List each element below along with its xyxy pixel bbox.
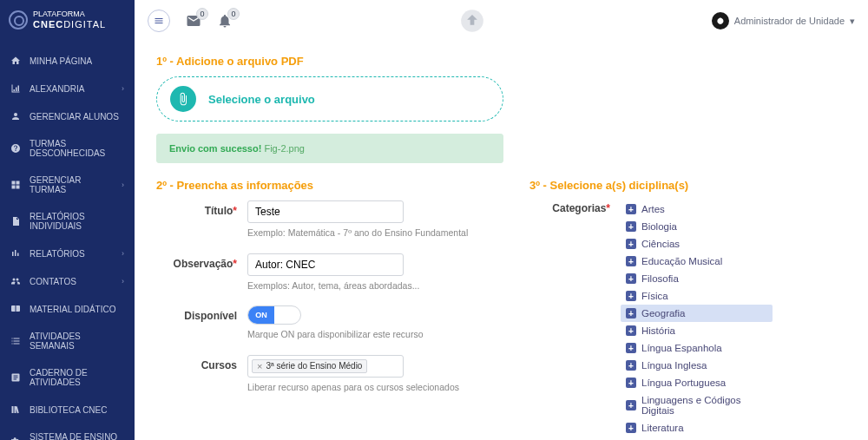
step1-header: 1º - Adicione o arquivo PDF bbox=[156, 55, 846, 68]
logo-icon bbox=[9, 10, 28, 30]
nav-label: CADERNO DE ATIVIDADES bbox=[30, 368, 124, 387]
disponivel-help: Marque ON para disponibilizar este recur… bbox=[247, 329, 503, 341]
nav-label: ATIVIDADES SEMANAIS bbox=[30, 332, 124, 351]
nav-item-3[interactable]: TURMAS DESCONHECIDAS bbox=[0, 130, 135, 167]
chevron-down-icon: ▾ bbox=[850, 16, 855, 27]
user-label: Administrador de Unidade bbox=[734, 16, 845, 26]
brand-line3: DIGITAL bbox=[63, 19, 106, 30]
brand-text: PLATAFORMA CNECDIGITAL bbox=[33, 10, 106, 30]
nav-item-0[interactable]: MINHA PÁGINA bbox=[0, 47, 135, 75]
nav-icon bbox=[10, 437, 21, 440]
nav-label: TURMAS DESCONHECIDAS bbox=[30, 139, 124, 158]
nav-label: RELATÓRIOS bbox=[30, 249, 113, 259]
category-item[interactable]: +Língua Espanhola bbox=[621, 339, 773, 357]
nav-item-10[interactable]: CADERNO DE ATIVIDADES bbox=[0, 359, 135, 396]
bell-icon[interactable]: 0 bbox=[217, 13, 233, 29]
upload-arrow-icon[interactable] bbox=[460, 9, 484, 33]
nav-icon bbox=[10, 83, 21, 94]
plus-icon: + bbox=[626, 325, 636, 336]
category-item[interactable]: +Física bbox=[621, 287, 773, 305]
category-item[interactable]: +Linguagens e Códigos Digitais bbox=[621, 391, 773, 419]
brand-line1: PLATAFORMA bbox=[33, 10, 106, 19]
nav-icon bbox=[10, 248, 21, 259]
nav-icon bbox=[10, 304, 21, 314]
messages-icon[interactable]: 0 bbox=[186, 13, 201, 29]
nav-label: GERENCIAR TURMAS bbox=[30, 175, 113, 194]
plus-icon: + bbox=[626, 308, 636, 319]
category-label: Artes bbox=[641, 204, 665, 214]
tag-label: 3ª série do Ensino Médio bbox=[266, 361, 362, 371]
nav-item-11[interactable]: BIBLIOTECA CNEC bbox=[0, 396, 135, 424]
nav-icon bbox=[10, 336, 21, 346]
cursos-label: Cursos bbox=[156, 355, 247, 394]
nav-icon bbox=[10, 404, 21, 415]
user-menu[interactable]: ⬤ Administrador de Unidade ▾ bbox=[712, 12, 855, 30]
category-label: Educação Musical bbox=[641, 256, 722, 266]
nav-icon bbox=[10, 143, 21, 154]
nav-item-9[interactable]: ATIVIDADES SEMANAIS bbox=[0, 323, 135, 359]
chevron-right-icon: › bbox=[122, 249, 124, 258]
alerts-badge: 0 bbox=[227, 8, 240, 20]
category-label: Ciências bbox=[641, 239, 680, 249]
nav-label: CONTATOS bbox=[30, 277, 113, 286]
success-alert: Envio com sucesso! Fig-2.png bbox=[156, 134, 503, 163]
nav-icon bbox=[10, 216, 21, 227]
plus-icon: + bbox=[626, 221, 636, 232]
nav-item-1[interactable]: ALEXANDRIA› bbox=[0, 75, 135, 102]
step3-column: 3º - Selecione a(s) diciplina(s) Categor… bbox=[529, 179, 773, 440]
category-label: Língua Portuguesa bbox=[641, 378, 726, 388]
titulo-label: Título* bbox=[156, 200, 247, 240]
messages-badge: 0 bbox=[196, 8, 208, 20]
category-item[interactable]: +Matemática bbox=[621, 437, 773, 440]
menu-toggle[interactable] bbox=[148, 10, 170, 32]
nav-item-7[interactable]: CONTATOS› bbox=[0, 267, 135, 295]
nav-item-8[interactable]: MATERIAL DIDÁTICO bbox=[0, 295, 135, 323]
nav-item-2[interactable]: GERENCIAR ALUNOS bbox=[0, 102, 135, 130]
category-item[interactable]: +Artes bbox=[621, 200, 773, 218]
disponivel-toggle[interactable]: ON bbox=[247, 305, 301, 325]
category-item[interactable]: +Ciências bbox=[621, 235, 773, 253]
nav-item-12[interactable]: SISTEMA DE ENSINO CNEC bbox=[0, 424, 135, 440]
nav-icon bbox=[10, 180, 21, 190]
sidebar: PLATAFORMA CNECDIGITAL MINHA PÁGINAALEXA… bbox=[0, 0, 135, 440]
category-item[interactable]: +Literatura bbox=[621, 419, 773, 437]
category-label: Geografia bbox=[641, 308, 686, 319]
main-content: 1º - Adicione o arquivo PDF Selecione o … bbox=[135, 42, 868, 440]
category-item[interactable]: +Filosofia bbox=[621, 270, 773, 287]
nav-label: MATERIAL DIDÁTICO bbox=[30, 305, 124, 314]
category-item[interactable]: +Língua Inglesa bbox=[621, 357, 773, 374]
tag-remove-icon[interactable]: × bbox=[257, 361, 262, 371]
plus-icon: + bbox=[626, 256, 636, 266]
category-label: Língua Inglesa bbox=[641, 360, 707, 371]
plus-icon: + bbox=[626, 273, 636, 284]
titulo-input[interactable] bbox=[247, 200, 404, 223]
categorias-label: Categorias* bbox=[529, 200, 621, 440]
category-label: Literatura bbox=[641, 423, 684, 433]
cursos-help: Liberar recurso apenas para os cursos se… bbox=[247, 382, 503, 394]
observacao-label: Observação* bbox=[156, 253, 247, 292]
chevron-right-icon: › bbox=[122, 277, 124, 286]
category-item[interactable]: +Educação Musical bbox=[621, 253, 773, 270]
brand-logo[interactable]: PLATAFORMA CNECDIGITAL bbox=[0, 0, 135, 40]
nav-item-6[interactable]: RELATÓRIOS› bbox=[0, 240, 135, 267]
step2-header: 2º - Preencha as informações bbox=[156, 179, 503, 192]
nav-icon bbox=[10, 56, 21, 66]
nav-label: BIBLIOTECA CNEC bbox=[30, 405, 124, 415]
observacao-input[interactable] bbox=[247, 253, 404, 276]
avatar: ⬤ bbox=[712, 12, 729, 30]
cursos-input[interactable]: × 3ª série do Ensino Médio bbox=[247, 355, 404, 378]
category-item[interactable]: +Geografia bbox=[621, 305, 773, 322]
plus-icon: + bbox=[626, 239, 636, 249]
file-select-button[interactable]: Selecione o arquivo bbox=[156, 76, 503, 121]
category-item[interactable]: +Língua Portuguesa bbox=[621, 374, 773, 391]
alert-bold: Envio com sucesso! bbox=[169, 143, 261, 154]
titulo-help: Exemplo: Matemática - 7º ano do Ensino F… bbox=[247, 227, 503, 240]
nav-icon bbox=[10, 372, 21, 383]
category-list: +Artes+Biologia+Ciências+Educação Musica… bbox=[621, 200, 773, 440]
nav-item-4[interactable]: GERENCIAR TURMAS› bbox=[0, 167, 135, 203]
plus-icon: + bbox=[626, 400, 636, 410]
category-item[interactable]: +Biologia bbox=[621, 218, 773, 235]
nav-item-5[interactable]: RELATÓRIOS INDIVIDUAIS bbox=[0, 203, 135, 240]
category-item[interactable]: +História bbox=[621, 322, 773, 339]
nav-label: MINHA PÁGINA bbox=[30, 56, 124, 66]
